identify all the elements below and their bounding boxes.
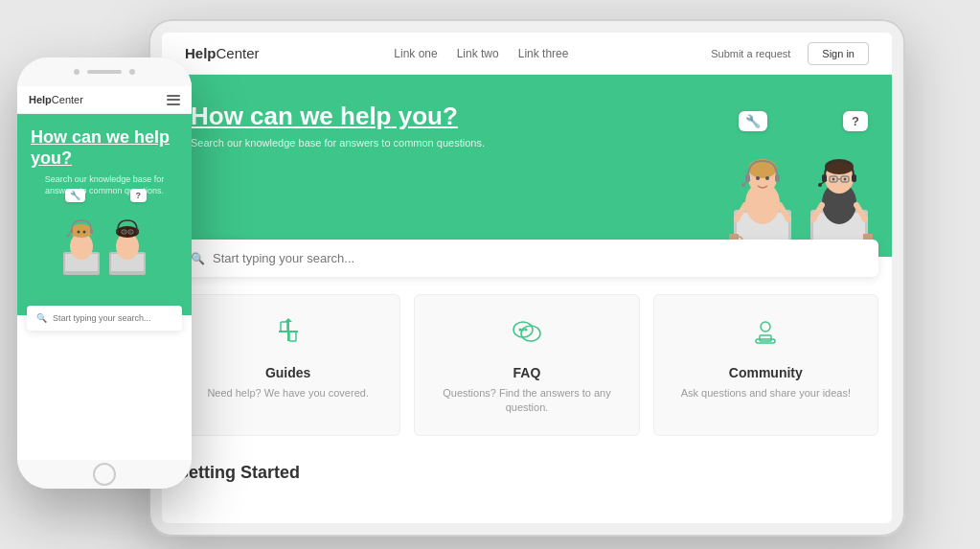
sign-in-button[interactable]: Sign in [808, 42, 869, 65]
person1-svg [729, 138, 796, 253]
headline-end: you? [392, 102, 458, 130]
guides-desc: Need help? We have you covered. [192, 386, 384, 400]
faq-icon [430, 314, 623, 355]
tablet-nav-links: Link one Link two Link three [394, 47, 568, 60]
brand-regular: Center [217, 45, 260, 61]
phone-illustration: 🔧 [31, 205, 178, 282]
community-title: Community [670, 365, 862, 380]
phone-search-bar[interactable]: 🔍 [27, 306, 182, 331]
svg-point-28 [518, 329, 521, 332]
phone-search-input[interactable] [53, 313, 172, 323]
svg-point-42 [83, 230, 86, 233]
hamburger-line-1 [167, 95, 180, 97]
hamburger-line-2 [167, 99, 180, 101]
phone-top-bar [17, 57, 192, 86]
tablet-hero: How can we help you? Search our knowledg… [162, 75, 892, 257]
faq-desc: Questions? Find the answers to any quest… [430, 386, 623, 416]
nav-link-1[interactable]: Link one [394, 47, 437, 60]
svg-point-41 [78, 230, 80, 233]
svg-point-20 [818, 183, 822, 187]
tablet-brand: HelpCenter [185, 45, 260, 61]
tablet-card-faq[interactable]: FAQ Questions? Find the answers to any q… [414, 294, 639, 436]
community-desc: Ask questions and share your ideas! [670, 386, 862, 400]
person2-svg [806, 138, 873, 253]
phone-navbar: HelpCenter [17, 86, 192, 114]
phone-home-button[interactable] [93, 463, 116, 486]
phone-device: HelpCenter How can we help you? Search o… [17, 57, 192, 489]
svg-rect-49 [116, 229, 119, 234]
phone-headline: How can we help you? [31, 127, 178, 169]
phone-brand-regular: Center [52, 94, 83, 105]
faq-title: FAQ [430, 365, 623, 380]
phone-headline-end: you? [31, 149, 72, 168]
tablet-device: HelpCenter Link one Link two Link three … [148, 19, 905, 537]
nav-link-2[interactable]: Link two [457, 47, 499, 60]
phone-camera-2 [129, 69, 135, 75]
svg-rect-25 [289, 332, 296, 341]
svg-rect-6 [775, 174, 780, 182]
hamburger-line-3 [167, 103, 180, 105]
phone-subtext: Search our knowledge base for answers to… [31, 174, 178, 196]
svg-point-9 [765, 176, 769, 180]
getting-started-heading: Getting Started [175, 463, 878, 483]
phone-headline-start: How can we [31, 127, 134, 147]
svg-point-30 [524, 329, 527, 332]
svg-point-29 [521, 329, 524, 332]
phone-brand-bold: Help [29, 94, 52, 105]
phone-speech-bubble-1: 🔧 [65, 189, 85, 202]
phone-headline-underline: help [134, 127, 170, 147]
svg-point-52 [129, 230, 132, 233]
svg-point-21 [832, 178, 835, 181]
guides-icon [192, 314, 384, 355]
tablet-card-guides[interactable]: Guides Need help? We have you covered. [175, 294, 400, 436]
svg-point-40 [67, 234, 70, 237]
tablet-getting-started: Getting Started [162, 453, 892, 483]
search-input[interactable] [213, 251, 863, 265]
tablet-navbar: HelpCenter Link one Link two Link three … [162, 33, 892, 75]
phone-camera [74, 69, 80, 75]
submit-request-button[interactable]: Submit a request [703, 44, 798, 63]
headline-underline: help [340, 102, 391, 130]
hamburger-menu[interactable] [167, 95, 180, 105]
svg-point-7 [741, 183, 745, 187]
tablet-search-bar[interactable]: 🔍 [175, 240, 878, 277]
nav-link-3[interactable]: Link three [518, 47, 569, 60]
phone-person2 [106, 206, 148, 278]
svg-point-51 [124, 230, 126, 233]
tablet-cards: Guides Need help? We have you covered. [162, 277, 892, 453]
community-icon [670, 314, 862, 355]
tablet-screen: HelpCenter Link one Link two Link three … [162, 33, 892, 523]
phone-person1 [60, 206, 103, 278]
svg-point-22 [844, 178, 847, 181]
phone-brand: HelpCenter [29, 94, 83, 105]
svg-rect-39 [90, 229, 93, 234]
svg-rect-19 [852, 174, 856, 182]
phone-hero: How can we help you? Search our knowledg… [17, 114, 192, 315]
phone-speech-bubble-2: ? [130, 189, 148, 202]
guides-title: Guides [192, 365, 384, 380]
tablet-card-community[interactable]: Community Ask questions and share your i… [653, 294, 878, 436]
speech-bubble-2: ? [843, 111, 868, 131]
speech-bubble-1: 🔧 [739, 111, 767, 131]
scene: HelpCenter Link one Link two Link three … [0, 0, 980, 549]
phone-search-icon: 🔍 [36, 313, 47, 323]
svg-point-8 [756, 176, 760, 180]
svg-rect-24 [281, 322, 287, 332]
svg-rect-50 [136, 229, 139, 234]
svg-point-31 [761, 322, 770, 332]
phone-home-area [17, 460, 192, 489]
svg-point-37 [70, 224, 93, 238]
search-icon: 🔍 [191, 252, 205, 265]
headline-start: How can we [191, 102, 340, 130]
phone-speaker [87, 70, 122, 74]
svg-point-46 [116, 226, 139, 238]
brand-bold: Help [185, 45, 217, 61]
tablet-nav-actions: Submit a request Sign in [703, 42, 869, 65]
phone-screen: HelpCenter How can we help you? Search o… [17, 86, 192, 460]
svg-rect-33 [760, 335, 771, 341]
